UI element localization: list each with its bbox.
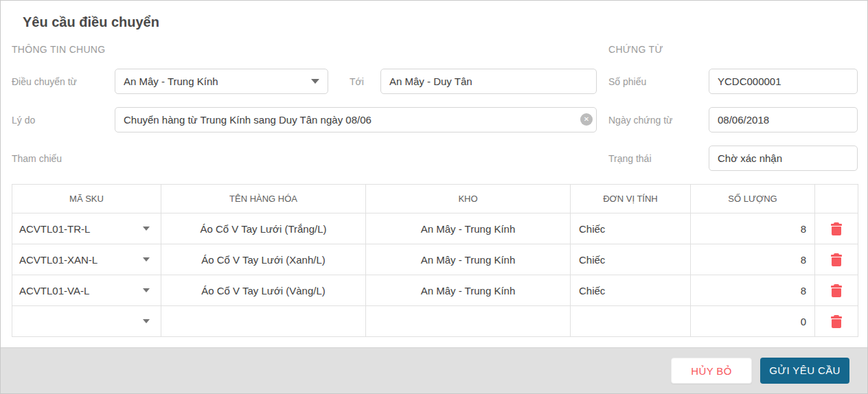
- sku-cell[interactable]: ACVTL01-VA-L: [12, 275, 161, 306]
- header-warehouse: KHO: [366, 185, 571, 213]
- delete-row-cell[interactable]: [815, 213, 858, 244]
- section-general-info: THÔNG TIN CHUNG: [12, 44, 105, 55]
- header-sku: MÃ SKU: [12, 185, 161, 213]
- trash-icon[interactable]: [831, 253, 842, 266]
- delete-row-cell[interactable]: [815, 306, 858, 337]
- unit-cell: [571, 306, 691, 337]
- header-unit: ĐƠN VỊ TÍNH: [571, 185, 691, 213]
- warehouse-cell: An Mây - Trung Kính: [366, 244, 571, 275]
- chevron-down-icon: [311, 79, 319, 84]
- table-row: ACVTL01-VA-L Áo Cổ V Tay Lưới (Vàng/L) A…: [12, 275, 858, 306]
- table-row: ACVTL01-XAN-L Áo Cổ V Tay Lưới (Xanh/L) …: [12, 244, 858, 275]
- chevron-down-icon[interactable]: [143, 288, 150, 292]
- trash-icon[interactable]: [831, 284, 842, 297]
- transfer-from-label: Điều chuyển từ: [12, 76, 77, 87]
- sku-cell[interactable]: ACVTL01-XAN-L: [12, 244, 161, 275]
- form-footer: HỦY BỎ GỬI YÊU CẦU: [1, 347, 867, 393]
- chevron-down-icon[interactable]: [143, 227, 150, 231]
- document-date-label: Ngày chứng từ: [608, 115, 672, 126]
- header-name: TÊN HÀNG HÓA: [161, 185, 366, 213]
- reason-input[interactable]: [115, 107, 597, 132]
- transfer-from-select[interactable]: An Mây - Trung Kính: [115, 69, 328, 94]
- trash-icon[interactable]: [831, 315, 842, 328]
- product-name-cell: Áo Cổ V Tay Lưới (Xanh/L): [161, 244, 366, 275]
- status-label: Trạng thái: [608, 153, 652, 164]
- reason-label: Lý do: [12, 115, 35, 126]
- chevron-down-icon[interactable]: [143, 319, 150, 323]
- items-table: MÃ SKU TÊN HÀNG HÓA KHO ĐƠN VỊ TÍNH SỐ L…: [12, 184, 858, 337]
- receipt-number-input[interactable]: [709, 69, 858, 94]
- clear-reason-icon[interactable]: ✕: [580, 113, 593, 126]
- product-name-cell: Áo Cổ V Tay Lưới (Vàng/L): [161, 275, 366, 306]
- unit-cell: Chiếc: [571, 275, 691, 306]
- cancel-button[interactable]: HỦY BỎ: [671, 358, 752, 384]
- transfer-request-form: Yêu cầu điều chuyển THÔNG TIN CHUNG CHỨN…: [0, 0, 868, 394]
- sku-value: ACVTL01-TR-L: [19, 223, 90, 235]
- page-title: Yêu cầu điều chuyển: [23, 14, 159, 30]
- quantity-cell[interactable]: 8: [691, 275, 815, 306]
- submit-request-button[interactable]: GỬI YÊU CẦU: [760, 358, 849, 384]
- receipt-number-label: Số phiếu: [608, 76, 646, 87]
- reference-input[interactable]: [115, 146, 597, 171]
- quantity-cell[interactable]: 0: [691, 306, 815, 337]
- delete-row-cell[interactable]: [815, 244, 858, 275]
- unit-cell: Chiếc: [571, 213, 691, 244]
- section-document: CHỨNG TỪ: [608, 44, 663, 55]
- trash-icon[interactable]: [831, 222, 842, 235]
- to-label: Tới: [350, 76, 364, 87]
- table-row-empty: 0: [12, 306, 858, 337]
- unit-cell: Chiếc: [571, 244, 691, 275]
- sku-value: ACVTL01-VA-L: [19, 285, 89, 297]
- transfer-from-value: An Mây - Trung Kính: [124, 76, 311, 87]
- document-date-input[interactable]: [709, 107, 858, 132]
- warehouse-cell: An Mây - Trung Kính: [366, 213, 571, 244]
- quantity-cell[interactable]: 8: [691, 244, 815, 275]
- table-row: ACVTL01-TR-L Áo Cổ V Tay Lưới (Trắng/L) …: [12, 213, 858, 244]
- reference-label: Tham chiếu: [12, 153, 62, 164]
- product-name-cell: [161, 306, 366, 337]
- header-quantity: SỐ LƯỢNG: [691, 185, 815, 213]
- to-input[interactable]: [380, 69, 597, 94]
- warehouse-cell: [366, 306, 571, 337]
- header-action: [815, 185, 858, 213]
- warehouse-cell: An Mây - Trung Kính: [366, 275, 571, 306]
- delete-row-cell[interactable]: [815, 275, 858, 306]
- sku-value: ACVTL01-XAN-L: [19, 254, 98, 266]
- status-input[interactable]: [709, 146, 858, 171]
- product-name-cell: Áo Cổ V Tay Lưới (Trắng/L): [161, 213, 366, 244]
- chevron-down-icon[interactable]: [143, 257, 150, 262]
- sku-cell[interactable]: [12, 306, 161, 337]
- quantity-cell[interactable]: 8: [691, 213, 815, 244]
- sku-cell[interactable]: ACVTL01-TR-L: [12, 213, 161, 244]
- table-header-row: MÃ SKU TÊN HÀNG HÓA KHO ĐƠN VỊ TÍNH SỐ L…: [12, 185, 858, 213]
